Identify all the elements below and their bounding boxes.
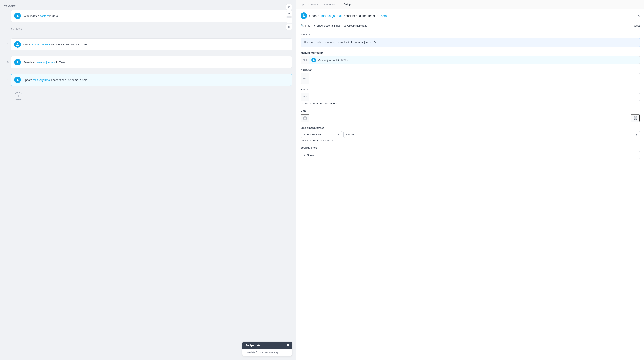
help-box: Update details of a manual journal with … [300, 38, 640, 47]
no-tax-note-pre: Defaults to [300, 139, 313, 142]
breadcrumb-arrow-1: → [307, 3, 310, 6]
recipe-data-body: Use data from a previous step [242, 349, 292, 356]
pill-icon [312, 58, 316, 62]
connector-1 [4, 22, 292, 28]
recipe-data-panel: Recipe data ⇅ Use data from a previous s… [242, 342, 292, 356]
field-date: Date [300, 109, 640, 122]
no-tax-field: No tax × ▼ [344, 131, 640, 138]
step-2-text: Create manual journal with multiple line… [23, 43, 86, 46]
breadcrumb-action[interactable]: Action [311, 3, 319, 6]
zoom-out-btn[interactable]: − [286, 17, 292, 23]
left-panel: ↺ + − ⊕ TRIGGER 1 New/updated contact in… [0, 0, 296, 360]
step-3-icon [14, 59, 21, 65]
step-1-text: New/updated contact in Xero [23, 14, 58, 17]
step-card-3[interactable]: Search for manual journals in Xero [11, 56, 292, 68]
no-tax-note-value: No tax [313, 139, 321, 142]
actions-label: ACTIONS [4, 28, 292, 30]
status-draft: DRAFT [328, 102, 337, 105]
svg-point-5 [313, 59, 314, 60]
step-4-icon [14, 77, 21, 83]
step-number-2: 2 [4, 43, 9, 46]
step-2-link: manual journal [32, 43, 50, 46]
calendar-icon-button[interactable] [301, 114, 309, 122]
field-manual-journal-id: Manual journal ID ABC Manual journal ID … [300, 51, 640, 64]
journal-lines-toggle-row[interactable]: Show [300, 151, 640, 159]
step-3-app: Xero [59, 61, 65, 64]
svg-rect-13 [636, 119, 636, 120]
date-input[interactable] [309, 114, 631, 122]
help-label: HELP [300, 33, 307, 36]
no-tax-clear-button[interactable]: × [628, 133, 634, 137]
status-input-row: ABC [300, 93, 640, 101]
step-1-app: Xero [52, 14, 58, 17]
status-input[interactable] [310, 93, 640, 101]
breadcrumb-app[interactable]: App [300, 3, 305, 6]
step-2-icon [14, 41, 21, 48]
step-2-pre: Create [23, 43, 32, 46]
status-note-mid: and [323, 102, 329, 105]
breadcrumb: App → Action → Connection → Setup [296, 0, 644, 9]
connector-3 [4, 68, 292, 74]
reset-button[interactable]: Reset [633, 24, 640, 27]
step-card-2[interactable]: Create manual journal with multiple line… [11, 38, 292, 50]
status-note-pre: Values are [300, 102, 313, 105]
recipe-data-icon: ⇅ [287, 344, 289, 347]
manual-journal-id-label: Manual journal ID [300, 51, 640, 54]
zoom-in-btn[interactable]: + [286, 11, 292, 16]
step-1-mid: in [48, 14, 52, 17]
connector-4 [4, 86, 292, 92]
step-card-1[interactable]: New/updated contact in Xero [11, 10, 292, 22]
svg-rect-10 [634, 117, 635, 118]
step-number-4: 4 [4, 78, 9, 81]
step-row-1: 1 New/updated contact in Xero [4, 10, 292, 22]
select-row: Select from list ▼ No tax × ▼ [300, 131, 640, 138]
breadcrumb-connection[interactable]: Connection [324, 3, 338, 6]
step-3-pre: Search for [23, 61, 36, 64]
right-panel: App → Action → Connection → Setup Update… [296, 0, 644, 360]
step-card-4[interactable]: Update manual journal headers and line i… [11, 74, 292, 86]
status-posted: POSTED [313, 102, 323, 105]
narration-input[interactable] [310, 73, 640, 84]
step-4-link: manual journal [33, 78, 50, 82]
help-description: Update details of a manual journal with … [304, 41, 376, 44]
app-icon [300, 12, 307, 19]
panel-title: Update manual journal headers and line i… [300, 12, 387, 19]
step-2-app: Xero [81, 43, 86, 46]
panel-title-link2: Xero [380, 14, 387, 17]
breadcrumb-setup[interactable]: Setup [344, 3, 351, 6]
panel-title-pre: Update [309, 14, 319, 17]
field-journal-lines: Journal lines Show [300, 146, 640, 159]
help-toggle-button[interactable]: HELP ▲ [300, 33, 311, 36]
toolbar: 🔍 Find ● Show optional fields ⊞ Group ma… [296, 22, 644, 29]
panel-title-link1: manual journal [322, 14, 342, 17]
pill-text: Manual journal ID [318, 59, 339, 62]
group-map-label: Group map data [347, 24, 367, 27]
narration-label: Narration [300, 68, 640, 71]
find-label: Find [305, 24, 310, 27]
grid-icon: ⊞ [344, 24, 346, 27]
close-button[interactable]: × [638, 14, 640, 18]
journal-lines-label: Journal lines [300, 146, 640, 149]
find-button[interactable]: 🔍 Find [300, 24, 310, 27]
svg-point-2 [17, 61, 18, 62]
no-tax-value: No tax [344, 131, 628, 138]
pill-step: Step 3 [341, 59, 348, 61]
show-optional-button[interactable]: ● Show optional fields [314, 24, 340, 27]
add-step-button[interactable]: + [15, 92, 22, 100]
step-2-mid: with multiple line items in [50, 43, 81, 46]
step-1-pre: New/updated [23, 14, 40, 17]
manual-journal-id-pill[interactable]: Manual journal ID Step 3 [310, 56, 640, 64]
date-grid-button[interactable] [631, 114, 640, 122]
group-map-button[interactable]: ⊞ Group map data [344, 24, 367, 27]
refresh-btn[interactable]: ↺ [286, 4, 292, 10]
fit-btn[interactable]: ⊕ [286, 24, 292, 30]
panel-header: Update manual journal headers and line i… [296, 9, 644, 22]
line-amount-select[interactable]: Select from list [301, 131, 334, 138]
date-input-row [300, 114, 640, 122]
connector-2 [4, 50, 292, 56]
recipe-data-header: Recipe data ⇅ [242, 342, 292, 349]
line-amount-select-wrapper: Select from list ▼ [300, 131, 342, 138]
step-3-text: Search for manual journals in Xero [23, 61, 65, 64]
step-4-pre: Update [23, 78, 33, 82]
help-section: HELP ▲ Update details of a manual journa… [300, 33, 640, 47]
